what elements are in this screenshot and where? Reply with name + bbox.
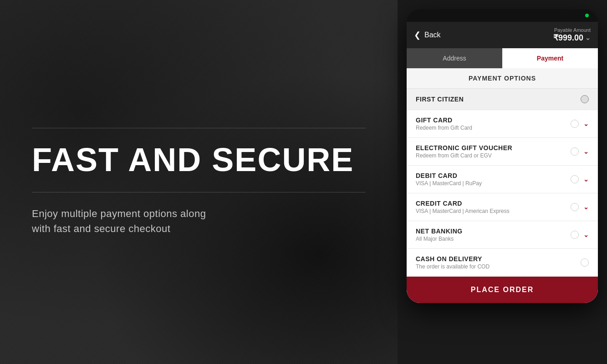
payment-item-egv[interactable]: ELECTRONIC GIFT VOUCHER Redeem from Gift… bbox=[407, 138, 598, 166]
app-content: ❮ Back Payable Amount ₹999.00 ⌄ Address bbox=[407, 22, 598, 303]
cod-radio[interactable] bbox=[581, 258, 589, 267]
payment-item-debit-card[interactable]: DEBIT CARD VISA | MasterCard | RuPay ⌄ bbox=[407, 166, 598, 193]
debit-card-chevron-icon[interactable]: ⌄ bbox=[583, 176, 589, 183]
payable-amount: ₹999.00 ⌄ bbox=[553, 33, 591, 43]
net-banking-subtitle: All Major Banks bbox=[416, 236, 571, 242]
first-citizen-radio[interactable] bbox=[581, 95, 589, 103]
phone-mockup: ❮ Back Payable Amount ₹999.00 ⌄ Address bbox=[407, 9, 598, 303]
gift-card-radio[interactable] bbox=[571, 120, 579, 128]
debit-card-info: DEBIT CARD VISA | MasterCard | RuPay bbox=[416, 172, 571, 187]
first-citizen-title: FIRST CITIZEN bbox=[416, 96, 581, 103]
net-banking-title: NET BANKING bbox=[416, 228, 571, 235]
place-order-label: PLACE ORDER bbox=[471, 286, 534, 293]
payable-label: Payable Amount bbox=[553, 27, 591, 33]
gift-card-info: GIFT CARD Redeem from Gift Card bbox=[416, 116, 571, 131]
payment-item-credit-card[interactable]: CREDIT CARD VISA | MasterCard | American… bbox=[407, 193, 598, 221]
tab-address[interactable]: Address bbox=[407, 48, 502, 68]
egv-subtitle: Redeem from Gift Card or EGV bbox=[416, 152, 571, 159]
phone-top-bar bbox=[407, 9, 598, 22]
hero-subtitle: Enjoy multiple payment options alongwith… bbox=[32, 206, 366, 236]
status-indicator bbox=[585, 14, 589, 17]
left-panel: FAST AND SECURE Enjoy multiple payment o… bbox=[0, 0, 398, 364]
debit-card-radio[interactable] bbox=[571, 175, 579, 183]
credit-card-subtitle: VISA | MasterCard | American Express bbox=[416, 208, 571, 214]
amount-value: ₹999.00 bbox=[553, 33, 583, 43]
tab-payment[interactable]: Payment bbox=[502, 48, 598, 68]
back-chevron-icon: ❮ bbox=[414, 30, 421, 40]
cod-title: CASH ON DELIVERY bbox=[416, 255, 581, 263]
first-citizen-controls bbox=[581, 95, 589, 103]
back-button[interactable]: ❮ Back bbox=[414, 30, 441, 40]
egv-info: ELECTRONIC GIFT VOUCHER Redeem from Gift… bbox=[416, 144, 571, 159]
credit-card-radio[interactable] bbox=[571, 203, 579, 211]
gift-card-controls: ⌄ bbox=[571, 120, 589, 128]
credit-card-chevron-icon[interactable]: ⌄ bbox=[583, 203, 589, 211]
cod-controls bbox=[581, 258, 589, 267]
gift-card-title: GIFT CARD bbox=[416, 116, 571, 124]
cod-subtitle: The order is available for COD bbox=[416, 263, 581, 270]
payment-item-net-banking[interactable]: NET BANKING All Major Banks ⌄ bbox=[407, 221, 598, 249]
net-banking-info: NET BANKING All Major Banks bbox=[416, 228, 571, 242]
egv-radio[interactable] bbox=[571, 147, 579, 156]
app-header: ❮ Back Payable Amount ₹999.00 ⌄ bbox=[407, 22, 598, 48]
egv-controls: ⌄ bbox=[571, 147, 589, 156]
bottom-divider bbox=[32, 192, 366, 192]
cod-info: CASH ON DELIVERY The order is available … bbox=[416, 255, 581, 270]
payment-item-cod[interactable]: CASH ON DELIVERY The order is available … bbox=[407, 249, 598, 277]
credit-card-info: CREDIT CARD VISA | MasterCard | American… bbox=[416, 200, 571, 214]
app-tabs: Address Payment bbox=[407, 48, 598, 68]
credit-card-controls: ⌄ bbox=[571, 203, 589, 211]
gift-card-subtitle: Redeem from Gift Card bbox=[416, 125, 571, 131]
place-order-button[interactable]: PLACE ORDER bbox=[407, 277, 598, 303]
right-panel: ❮ Back Payable Amount ₹999.00 ⌄ Address bbox=[398, 0, 607, 364]
credit-card-title: CREDIT CARD bbox=[416, 200, 571, 207]
payable-section: Payable Amount ₹999.00 ⌄ bbox=[553, 27, 591, 43]
top-divider bbox=[32, 128, 366, 128]
debit-card-subtitle: VISA | MasterCard | RuPay bbox=[416, 180, 571, 187]
first-citizen-info: FIRST CITIZEN bbox=[416, 96, 581, 103]
amount-chevron-icon[interactable]: ⌄ bbox=[585, 34, 591, 41]
net-banking-radio[interactable] bbox=[571, 231, 579, 239]
back-label: Back bbox=[424, 31, 441, 39]
payment-item-gift-card[interactable]: GIFT CARD Redeem from Gift Card ⌄ bbox=[407, 110, 598, 138]
gift-card-chevron-icon[interactable]: ⌄ bbox=[583, 120, 589, 127]
debit-card-controls: ⌄ bbox=[571, 175, 589, 183]
debit-card-title: DEBIT CARD bbox=[416, 172, 571, 179]
net-banking-controls: ⌄ bbox=[571, 231, 589, 239]
payment-item-first-citizen[interactable]: FIRST CITIZEN bbox=[407, 89, 598, 110]
payment-options-header: PAYMENT OPTIONS bbox=[407, 68, 598, 89]
hero-title: FAST AND SECURE bbox=[32, 142, 366, 178]
net-banking-chevron-icon[interactable]: ⌄ bbox=[583, 231, 589, 238]
egv-title: ELECTRONIC GIFT VOUCHER bbox=[416, 144, 571, 152]
egv-chevron-icon[interactable]: ⌄ bbox=[583, 148, 589, 155]
